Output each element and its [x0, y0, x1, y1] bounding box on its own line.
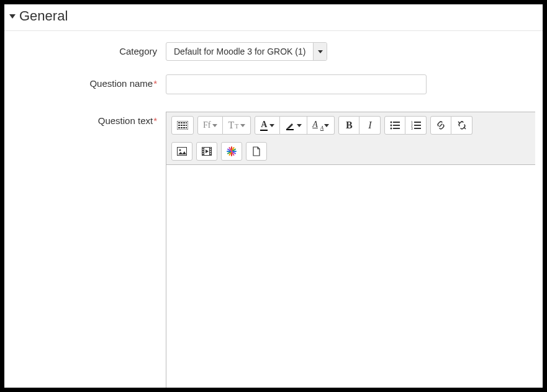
svg-rect-38: [210, 148, 211, 149]
chevron-down-icon: [240, 124, 245, 127]
svg-rect-2: [181, 122, 183, 123]
unlink-icon: [457, 120, 467, 130]
film-icon: [202, 147, 212, 156]
svg-text:3: 3: [411, 127, 413, 130]
svg-point-18: [391, 128, 392, 130]
color-group: A: [255, 116, 335, 135]
font-group: Ff T T: [197, 116, 251, 135]
required-asterisk-icon: *: [153, 115, 157, 126]
svg-rect-10: [181, 127, 183, 128]
font-size-button[interactable]: T T: [223, 116, 251, 135]
editor-toolbar: Ff T T: [166, 112, 535, 165]
toolbar-toggle-button[interactable]: [171, 116, 194, 135]
font-family-button[interactable]: Ff: [197, 116, 223, 135]
font-size-small-icon: T: [235, 123, 238, 130]
font-color-icon: A: [261, 120, 267, 129]
link-icon: [436, 120, 446, 130]
svg-rect-12: [186, 127, 187, 128]
manage-files-button[interactable]: [221, 142, 242, 161]
chevron-down-icon: [324, 124, 329, 127]
insert-image-button[interactable]: [171, 142, 192, 161]
bullet-list-icon: [390, 121, 400, 130]
svg-rect-4: [186, 122, 187, 123]
svg-line-26: [458, 122, 460, 123]
image-icon: [177, 147, 187, 156]
highlighter-icon: [285, 120, 295, 130]
svg-point-16: [391, 125, 392, 127]
chevron-down-icon: [269, 124, 274, 127]
svg-rect-40: [210, 152, 211, 153]
numbered-list-icon: 1 2 3: [411, 121, 421, 130]
chevron-down-icon: [212, 124, 217, 127]
rich-text-editor: Ff T T: [166, 112, 535, 389]
label-question-name: Question name*: [12, 74, 166, 89]
svg-rect-6: [181, 125, 183, 126]
italic-button[interactable]: I: [359, 116, 381, 135]
svg-rect-9: [178, 127, 180, 128]
svg-rect-7: [183, 125, 185, 126]
svg-rect-39: [210, 150, 211, 151]
collapse-caret-icon: [9, 14, 16, 19]
dropdown-caret-icon: [313, 43, 327, 60]
svg-rect-34: [202, 148, 204, 149]
asterisk-color-icon: [227, 146, 237, 156]
svg-rect-3: [183, 122, 185, 123]
unlink-button[interactable]: [451, 116, 472, 135]
question-name-input[interactable]: [166, 74, 427, 94]
list-group: 1 2 3: [384, 116, 427, 135]
svg-rect-23: [414, 125, 421, 126]
insert-file-button[interactable]: [246, 142, 267, 161]
clear-format-a-icon: A: [312, 120, 318, 130]
label-question-text: Question text*: [12, 112, 166, 126]
section-header[interactable]: General: [4, 4, 543, 31]
svg-rect-19: [393, 128, 400, 129]
category-select-value: Default for Moodle 3 for GROK (1): [166, 47, 313, 56]
clear-format-a2-icon: A: [320, 125, 324, 131]
svg-point-14: [391, 122, 392, 123]
svg-rect-5: [178, 125, 180, 126]
insert-media-button[interactable]: [196, 142, 217, 161]
svg-rect-1: [178, 122, 180, 123]
svg-rect-8: [186, 125, 187, 126]
section-title: General: [19, 8, 68, 24]
emphasis-group: B I: [338, 116, 381, 135]
svg-rect-21: [414, 122, 421, 123]
category-select[interactable]: Default for Moodle 3 for GROK (1): [166, 42, 327, 61]
chevron-down-icon: [297, 124, 302, 127]
highlight-color-button[interactable]: [280, 116, 307, 135]
label-question-name-text: Question name: [89, 78, 153, 89]
required-asterisk-icon: *: [153, 78, 157, 89]
editor-content-area[interactable]: [166, 165, 535, 388]
svg-rect-15: [393, 122, 400, 123]
link-button[interactable]: [430, 116, 451, 135]
clear-formatting-button[interactable]: A A: [307, 116, 335, 135]
bold-button[interactable]: B: [338, 116, 359, 135]
svg-rect-13: [286, 129, 294, 130]
svg-line-27: [464, 127, 466, 129]
svg-rect-25: [414, 128, 421, 129]
svg-point-30: [179, 149, 181, 151]
link-group: [430, 116, 472, 135]
svg-rect-41: [210, 154, 211, 155]
numbered-list-button[interactable]: 1 2 3: [405, 116, 427, 135]
svg-rect-37: [202, 154, 204, 155]
label-category-text: Category: [119, 46, 157, 56]
svg-rect-17: [393, 125, 400, 126]
svg-rect-11: [183, 127, 185, 128]
font-size-large-icon: T: [228, 120, 234, 131]
label-question-text-text: Question text: [98, 115, 153, 126]
svg-rect-35: [202, 150, 204, 151]
font-family-icon: Ff: [203, 120, 210, 130]
font-color-button[interactable]: A: [255, 116, 280, 135]
file-icon: [252, 146, 261, 156]
bold-icon: B: [346, 120, 353, 131]
svg-rect-36: [202, 152, 204, 153]
italic-icon: I: [368, 120, 371, 131]
bullet-list-button[interactable]: [384, 116, 405, 135]
label-category: Category: [12, 42, 166, 56]
